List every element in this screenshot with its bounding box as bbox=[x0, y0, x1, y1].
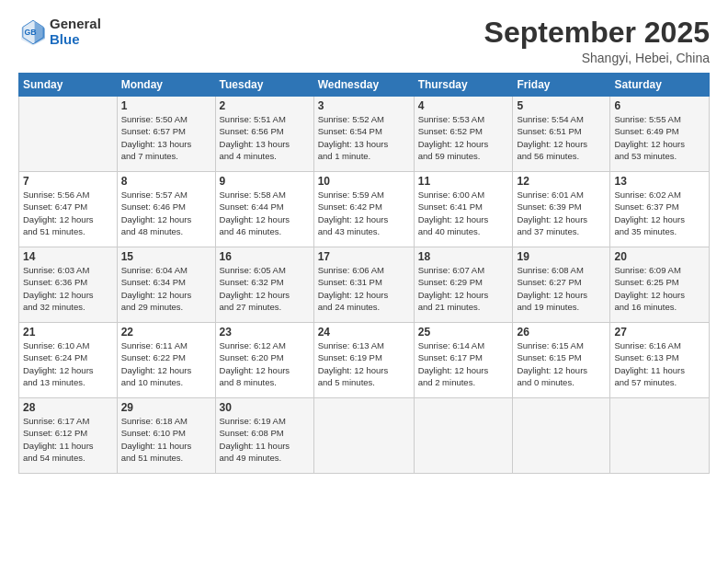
table-row: 2Sunrise: 5:51 AM Sunset: 6:56 PM Daylig… bbox=[215, 97, 313, 172]
table-row: 19Sunrise: 6:08 AM Sunset: 6:27 PM Dayli… bbox=[513, 247, 610, 323]
day-number: 18 bbox=[418, 250, 509, 263]
day-info: Sunrise: 6:04 AM Sunset: 6:34 PM Dayligh… bbox=[121, 264, 211, 313]
table-row: 23Sunrise: 6:12 AM Sunset: 6:20 PM Dayli… bbox=[215, 323, 313, 398]
header-wednesday: Wednesday bbox=[313, 74, 414, 97]
table-row: 30Sunrise: 6:19 AM Sunset: 6:08 PM Dayli… bbox=[215, 398, 313, 474]
day-number: 3 bbox=[318, 99, 410, 112]
day-info: Sunrise: 6:09 AM Sunset: 6:25 PM Dayligh… bbox=[614, 264, 705, 313]
table-row: 20Sunrise: 6:09 AM Sunset: 6:25 PM Dayli… bbox=[610, 247, 710, 323]
day-number: 15 bbox=[121, 250, 211, 263]
day-number: 27 bbox=[614, 326, 705, 339]
table-row: 1Sunrise: 5:50 AM Sunset: 6:57 PM Daylig… bbox=[117, 97, 215, 172]
table-row: 10Sunrise: 5:59 AM Sunset: 6:42 PM Dayli… bbox=[313, 172, 414, 247]
svg-text:GB: GB bbox=[24, 28, 36, 37]
day-info: Sunrise: 5:52 AM Sunset: 6:54 PM Dayligh… bbox=[318, 113, 410, 162]
day-number: 25 bbox=[418, 326, 509, 339]
table-row: 3Sunrise: 5:52 AM Sunset: 6:54 PM Daylig… bbox=[313, 97, 414, 172]
table-row: 18Sunrise: 6:07 AM Sunset: 6:29 PM Dayli… bbox=[414, 247, 513, 323]
day-info: Sunrise: 5:53 AM Sunset: 6:52 PM Dayligh… bbox=[418, 113, 509, 162]
day-number: 17 bbox=[318, 250, 410, 263]
day-number: 20 bbox=[614, 250, 705, 263]
calendar-week-row: 7Sunrise: 5:56 AM Sunset: 6:47 PM Daylig… bbox=[19, 172, 710, 247]
table-row: 27Sunrise: 6:16 AM Sunset: 6:13 PM Dayli… bbox=[610, 323, 710, 398]
day-number: 22 bbox=[121, 326, 211, 339]
day-info: Sunrise: 6:10 AM Sunset: 6:24 PM Dayligh… bbox=[23, 339, 113, 388]
day-info: Sunrise: 6:17 AM Sunset: 6:12 PM Dayligh… bbox=[23, 415, 113, 464]
header-monday: Monday bbox=[117, 74, 215, 97]
logo-text: General Blue bbox=[50, 17, 101, 47]
location-subtitle: Shangyi, Hebei, China bbox=[484, 51, 710, 65]
table-row: 8Sunrise: 5:57 AM Sunset: 6:46 PM Daylig… bbox=[117, 172, 215, 247]
table-row: 26Sunrise: 6:15 AM Sunset: 6:15 PM Dayli… bbox=[513, 323, 610, 398]
day-number: 9 bbox=[220, 175, 310, 188]
logo-icon: GB bbox=[18, 17, 48, 47]
day-info: Sunrise: 6:08 AM Sunset: 6:27 PM Dayligh… bbox=[517, 264, 606, 313]
day-info: Sunrise: 6:07 AM Sunset: 6:29 PM Dayligh… bbox=[418, 264, 509, 313]
calendar-week-row: 14Sunrise: 6:03 AM Sunset: 6:36 PM Dayli… bbox=[19, 247, 710, 323]
day-info: Sunrise: 6:03 AM Sunset: 6:36 PM Dayligh… bbox=[23, 264, 113, 313]
table-row: 16Sunrise: 6:05 AM Sunset: 6:32 PM Dayli… bbox=[215, 247, 313, 323]
day-number: 11 bbox=[418, 175, 509, 188]
table-row: 12Sunrise: 6:01 AM Sunset: 6:39 PM Dayli… bbox=[513, 172, 610, 247]
day-number: 29 bbox=[121, 401, 211, 414]
header-saturday: Saturday bbox=[610, 74, 710, 97]
day-info: Sunrise: 5:59 AM Sunset: 6:42 PM Dayligh… bbox=[318, 189, 410, 237]
table-row: 21Sunrise: 6:10 AM Sunset: 6:24 PM Dayli… bbox=[19, 323, 118, 398]
day-info: Sunrise: 6:11 AM Sunset: 6:22 PM Dayligh… bbox=[121, 339, 211, 388]
day-number: 26 bbox=[517, 326, 606, 339]
header-thursday: Thursday bbox=[414, 74, 513, 97]
day-info: Sunrise: 6:00 AM Sunset: 6:41 PM Dayligh… bbox=[418, 189, 509, 237]
day-info: Sunrise: 6:14 AM Sunset: 6:17 PM Dayligh… bbox=[418, 339, 509, 388]
header-sunday: Sunday bbox=[19, 74, 118, 97]
day-number: 8 bbox=[121, 175, 211, 188]
day-info: Sunrise: 5:54 AM Sunset: 6:51 PM Dayligh… bbox=[517, 113, 606, 162]
weekday-header-row: Sunday Monday Tuesday Wednesday Thursday… bbox=[19, 74, 710, 97]
table-row: 28Sunrise: 6:17 AM Sunset: 6:12 PM Dayli… bbox=[19, 398, 118, 474]
day-number: 14 bbox=[23, 250, 113, 263]
table-row: 5Sunrise: 5:54 AM Sunset: 6:51 PM Daylig… bbox=[513, 97, 610, 172]
day-number: 12 bbox=[517, 175, 606, 188]
day-info: Sunrise: 6:01 AM Sunset: 6:39 PM Dayligh… bbox=[517, 189, 606, 237]
day-info: Sunrise: 5:58 AM Sunset: 6:44 PM Dayligh… bbox=[220, 189, 310, 237]
calendar-week-row: 28Sunrise: 6:17 AM Sunset: 6:12 PM Dayli… bbox=[19, 398, 710, 474]
day-number: 4 bbox=[418, 99, 509, 112]
day-number: 7 bbox=[23, 175, 113, 188]
day-info: Sunrise: 5:51 AM Sunset: 6:56 PM Dayligh… bbox=[220, 113, 310, 162]
day-number: 28 bbox=[23, 401, 113, 414]
day-number: 30 bbox=[220, 401, 310, 414]
day-info: Sunrise: 6:05 AM Sunset: 6:32 PM Dayligh… bbox=[220, 264, 310, 313]
calendar-week-row: 1Sunrise: 5:50 AM Sunset: 6:57 PM Daylig… bbox=[19, 97, 710, 172]
logo-general: General bbox=[50, 17, 101, 32]
day-info: Sunrise: 5:56 AM Sunset: 6:47 PM Dayligh… bbox=[23, 189, 113, 237]
day-info: Sunrise: 5:57 AM Sunset: 6:46 PM Dayligh… bbox=[121, 189, 211, 237]
day-info: Sunrise: 6:16 AM Sunset: 6:13 PM Dayligh… bbox=[614, 339, 705, 388]
day-info: Sunrise: 6:19 AM Sunset: 6:08 PM Dayligh… bbox=[220, 415, 310, 464]
day-info: Sunrise: 6:18 AM Sunset: 6:10 PM Dayligh… bbox=[121, 415, 211, 464]
header-tuesday: Tuesday bbox=[215, 74, 313, 97]
table-row: 24Sunrise: 6:13 AM Sunset: 6:19 PM Dayli… bbox=[313, 323, 414, 398]
month-title: September 2025 bbox=[484, 17, 710, 49]
calendar-table: Sunday Monday Tuesday Wednesday Thursday… bbox=[18, 73, 710, 474]
table-row: 9Sunrise: 5:58 AM Sunset: 6:44 PM Daylig… bbox=[215, 172, 313, 247]
day-number: 6 bbox=[614, 99, 705, 112]
day-number: 21 bbox=[23, 326, 113, 339]
table-row: 4Sunrise: 5:53 AM Sunset: 6:52 PM Daylig… bbox=[414, 97, 513, 172]
day-number: 5 bbox=[517, 99, 606, 112]
day-info: Sunrise: 6:12 AM Sunset: 6:20 PM Dayligh… bbox=[220, 339, 310, 388]
calendar-week-row: 21Sunrise: 6:10 AM Sunset: 6:24 PM Dayli… bbox=[19, 323, 710, 398]
day-info: Sunrise: 5:55 AM Sunset: 6:49 PM Dayligh… bbox=[614, 113, 705, 162]
table-row: 14Sunrise: 6:03 AM Sunset: 6:36 PM Dayli… bbox=[19, 247, 118, 323]
day-number: 23 bbox=[220, 326, 310, 339]
day-info: Sunrise: 5:50 AM Sunset: 6:57 PM Dayligh… bbox=[121, 113, 211, 162]
table-row: 15Sunrise: 6:04 AM Sunset: 6:34 PM Dayli… bbox=[117, 247, 215, 323]
table-row bbox=[19, 97, 118, 172]
day-number: 19 bbox=[517, 250, 606, 263]
table-row: 11Sunrise: 6:00 AM Sunset: 6:41 PM Dayli… bbox=[414, 172, 513, 247]
table-row bbox=[610, 398, 710, 474]
day-info: Sunrise: 6:13 AM Sunset: 6:19 PM Dayligh… bbox=[318, 339, 410, 388]
day-info: Sunrise: 6:15 AM Sunset: 6:15 PM Dayligh… bbox=[517, 339, 606, 388]
day-info: Sunrise: 6:02 AM Sunset: 6:37 PM Dayligh… bbox=[614, 189, 705, 237]
day-info: Sunrise: 6:06 AM Sunset: 6:31 PM Dayligh… bbox=[318, 264, 410, 313]
table-row: 29Sunrise: 6:18 AM Sunset: 6:10 PM Dayli… bbox=[117, 398, 215, 474]
table-row bbox=[513, 398, 610, 474]
